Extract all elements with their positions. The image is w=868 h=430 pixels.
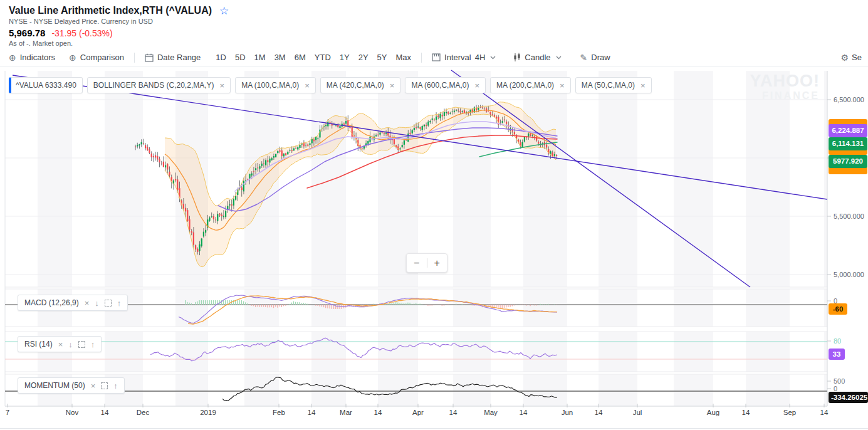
macd-histogram-bar bbox=[201, 300, 202, 305]
calendar-icon bbox=[145, 53, 154, 62]
draw-button[interactable]: ✎ Draw bbox=[580, 53, 610, 62]
candle-body bbox=[506, 122, 507, 124]
expand-icon[interactable] bbox=[78, 341, 85, 348]
macd-histogram-bar bbox=[528, 305, 528, 305]
rsi-panel-chip[interactable]: RSI (14) ×↓↑ bbox=[18, 336, 102, 352]
star-icon[interactable]: ☆ bbox=[219, 6, 229, 16]
up-icon[interactable]: ↑ bbox=[117, 299, 122, 307]
close-icon[interactable]: × bbox=[85, 299, 90, 307]
range-button-5d[interactable]: 5D bbox=[235, 53, 246, 62]
candle-body bbox=[273, 156, 275, 157]
expand-icon[interactable] bbox=[101, 382, 108, 389]
candle-body bbox=[412, 130, 413, 134]
legend-chip-label: ^VALUA 6333.490 bbox=[16, 81, 76, 90]
macd-histogram-bar bbox=[402, 303, 402, 305]
candle-body bbox=[409, 133, 410, 134]
range-button-5y[interactable]: 5Y bbox=[377, 53, 387, 62]
macd-histogram-bar bbox=[189, 303, 189, 305]
range-button-1d[interactable]: 1D bbox=[216, 53, 226, 62]
month-stripe bbox=[599, 289, 637, 327]
candle-body bbox=[399, 149, 400, 150]
candle-body bbox=[169, 172, 170, 176]
range-button-max[interactable]: Max bbox=[395, 53, 411, 62]
price-badge-1: 6,224.887 bbox=[829, 124, 867, 137]
momentum-panel-chip[interactable]: MOMENTUM (50) ×↑ bbox=[18, 377, 125, 394]
candle-chart-icon bbox=[513, 53, 521, 62]
macd-histogram-bar bbox=[332, 305, 332, 309]
macd-histogram-bar bbox=[281, 305, 282, 307]
legend-chip-label: MA (100,C,MA,0) bbox=[241, 81, 299, 90]
legend-chip-5[interactable]: MA (200,C,MA,0)× bbox=[490, 77, 571, 93]
close-icon[interactable]: × bbox=[220, 81, 225, 90]
up-icon[interactable]: ↑ bbox=[91, 340, 95, 349]
legend-chip-3[interactable]: MA (420,C,MA,0)× bbox=[320, 77, 401, 93]
macd-histogram-bar bbox=[269, 305, 269, 307]
range-button-1y[interactable]: 1Y bbox=[340, 53, 350, 62]
macd-histogram-bar bbox=[209, 300, 209, 305]
legend-chip-1[interactable]: BOLLINGER BANDS (C,20,2,MA,Y)× bbox=[87, 77, 231, 93]
macd-histogram-bar bbox=[265, 305, 266, 307]
legend-chip-4[interactable]: MA (600,C,MA,0)× bbox=[405, 77, 486, 93]
range-button-ytd[interactable]: YTD bbox=[315, 53, 331, 62]
candle-body bbox=[199, 244, 200, 251]
month-stripe bbox=[674, 374, 713, 406]
range-button-2y[interactable]: 2Y bbox=[358, 53, 369, 62]
legend-chip-label: BOLLINGER BANDS (C,20,2,MA,Y) bbox=[93, 81, 214, 90]
legend-chip-0[interactable]: ^VALUA 6333.490 bbox=[9, 77, 83, 93]
candle-body bbox=[454, 111, 455, 112]
legend-chip-2[interactable]: MA (100,C,MA,0)× bbox=[235, 77, 316, 93]
macd-histogram-bar bbox=[464, 305, 464, 305]
close-icon[interactable]: × bbox=[305, 81, 310, 90]
candle-body bbox=[233, 199, 234, 205]
macd-panel-chip[interactable]: MACD (12,26,9) ×↓↑ bbox=[18, 295, 128, 311]
date-range-button[interactable]: Date Range bbox=[145, 53, 201, 62]
close-icon[interactable]: × bbox=[91, 382, 96, 390]
close-icon[interactable]: × bbox=[474, 81, 479, 90]
month-stripe bbox=[453, 289, 491, 327]
settings-button[interactable]: ⚙ Se bbox=[841, 53, 862, 62]
macd-histogram-bar bbox=[472, 305, 473, 305]
range-button-1m[interactable]: 1M bbox=[254, 53, 266, 62]
month-stripe bbox=[378, 332, 418, 372]
interval-dropdown[interactable]: Interval 4H bbox=[432, 53, 496, 62]
candle-body bbox=[301, 144, 303, 144]
close-icon[interactable]: × bbox=[58, 340, 63, 349]
macd-histogram-bar bbox=[394, 303, 394, 305]
candle-body bbox=[484, 108, 485, 108]
macd-signal-line bbox=[188, 296, 557, 324]
macd-histogram-bar bbox=[395, 302, 396, 305]
indicators-button[interactable]: ⊕ Indicators bbox=[9, 53, 55, 62]
comparison-button[interactable]: ⊕ Comparison bbox=[69, 53, 124, 62]
expand-icon[interactable] bbox=[105, 300, 112, 307]
candle-body bbox=[489, 112, 491, 115]
interval-icon bbox=[432, 53, 441, 61]
range-button-3m[interactable]: 3M bbox=[275, 53, 286, 62]
candle-body bbox=[436, 117, 437, 120]
candle-body bbox=[536, 137, 537, 140]
x-axis-label: 7 bbox=[0, 409, 21, 416]
chart-type-dropdown[interactable]: Candle bbox=[513, 53, 561, 62]
candle-body bbox=[243, 181, 244, 192]
macd-histogram-bar bbox=[203, 300, 204, 305]
up-icon[interactable]: ↑ bbox=[113, 382, 118, 390]
range-button-6m[interactable]: 6M bbox=[295, 53, 306, 62]
macd-histogram-bar bbox=[271, 305, 272, 307]
macd-histogram-bar bbox=[554, 304, 555, 305]
candle-body bbox=[424, 125, 425, 127]
macd-histogram-bar bbox=[322, 305, 322, 307]
zoom-out-button[interactable]: − bbox=[407, 254, 427, 271]
macd-histogram-bar bbox=[374, 304, 374, 305]
down-icon[interactable]: ↓ bbox=[95, 299, 99, 307]
candle-body bbox=[287, 152, 288, 154]
legend-chip-6[interactable]: MA (50,C,MA,0)× bbox=[575, 77, 652, 93]
zoom-in-button[interactable]: + bbox=[427, 254, 447, 271]
close-icon[interactable]: × bbox=[641, 81, 646, 90]
down-icon[interactable]: ↓ bbox=[68, 340, 73, 349]
candle-body bbox=[141, 142, 142, 144]
macd-histogram-bar bbox=[303, 303, 304, 305]
close-icon[interactable]: × bbox=[560, 81, 565, 90]
close-icon[interactable]: × bbox=[390, 81, 395, 90]
macd-histogram-bar bbox=[474, 305, 474, 306]
macd-histogram-bar bbox=[516, 305, 516, 305]
watermark-line2: FINANCE bbox=[762, 90, 820, 101]
